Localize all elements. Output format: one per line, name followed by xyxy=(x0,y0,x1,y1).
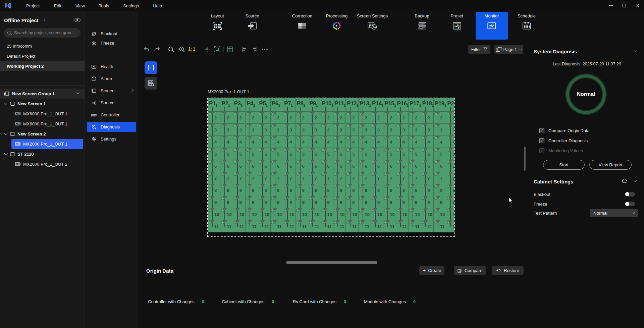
cabinet-cell[interactable]: 5 xyxy=(283,148,296,160)
tree-item-new-screen-group-1[interactable]: New Screen Group 1 xyxy=(0,89,85,99)
cabinet-cell[interactable]: 11 xyxy=(321,220,333,232)
cabinet-column-p6[interactable]: P61234567891011 xyxy=(271,98,283,232)
cabinet-cell[interactable]: 8 xyxy=(359,184,371,196)
split-view-button[interactable] xyxy=(145,61,157,74)
cabinet-cell[interactable]: 6 xyxy=(296,160,308,172)
cabinet-cell[interactable]: 7 xyxy=(271,172,283,184)
cabinet-cell[interactable]: 4 xyxy=(321,136,333,148)
cabinet-column-p3[interactable]: P31234567891011 xyxy=(233,98,246,232)
cabinet-cell[interactable]: 11 xyxy=(308,220,321,232)
cabinet-cell[interactable]: 6 xyxy=(208,160,220,172)
cabinet-cell[interactable]: 4 xyxy=(271,136,283,148)
menu-project[interactable]: Project xyxy=(24,3,42,8)
menu-view[interactable]: View xyxy=(73,3,87,8)
cabinet-cell[interactable]: 2 xyxy=(434,112,446,124)
cabinet-cell[interactable]: 7 xyxy=(296,172,308,184)
cabinet-cell[interactable]: 11 xyxy=(421,220,434,232)
cabinet-cell[interactable]: 3 xyxy=(359,124,371,136)
cabinet-cell[interactable]: 2 xyxy=(271,112,283,124)
chevron-down-icon[interactable] xyxy=(76,91,80,95)
cabinet-cell[interactable]: 10 xyxy=(296,208,308,220)
cabinet-cell[interactable]: 8 xyxy=(346,184,358,196)
cabinet-cell[interactable]: 7 xyxy=(383,172,396,184)
cabinet-cell[interactable]: 10 xyxy=(421,208,434,220)
ribbon-tab-correction[interactable]: Correction xyxy=(286,12,318,40)
cabinet-cell[interactable]: 9 xyxy=(446,196,454,208)
cabinet-cell[interactable]: P131 xyxy=(359,98,371,112)
cabinet-cell[interactable]: 5 xyxy=(421,148,434,160)
cabinet-cell[interactable]: 8 xyxy=(258,184,271,196)
cabinet-cell[interactable]: 3 xyxy=(246,124,258,136)
cabinet-cell[interactable]: 10 xyxy=(208,208,220,220)
cabinet-cell[interactable]: 3 xyxy=(308,124,321,136)
tree-item-mx6000-pro-1-out-1[interactable]: MX6000 Pro_1_OUT 1 xyxy=(0,119,85,129)
cabinet-cell[interactable]: 9 xyxy=(421,196,434,208)
cabinet-cell[interactable]: 9 xyxy=(409,196,421,208)
menu-help[interactable]: Help xyxy=(151,3,164,8)
cabinet-cell[interactable]: 6 xyxy=(383,160,396,172)
cabinet-cell[interactable]: 6 xyxy=(308,160,321,172)
cabinet-cell[interactable]: 8 xyxy=(296,184,308,196)
cabinet-cell[interactable]: P141 xyxy=(371,98,383,112)
cabinet-column-p10[interactable]: P101234567891011 xyxy=(321,98,333,232)
cabinet-cell[interactable]: 7 xyxy=(396,172,409,184)
align-left-icon[interactable] xyxy=(240,45,248,54)
cabinet-cell[interactable]: 6 xyxy=(333,160,346,172)
cabinet-cell[interactable]: 10 xyxy=(220,208,233,220)
cabinet-cell[interactable]: 8 xyxy=(434,184,446,196)
cabinet-cell[interactable]: 8 xyxy=(396,184,409,196)
checkbox-icon[interactable]: ✓ xyxy=(539,128,544,133)
compare-button[interactable]: aCompare xyxy=(454,266,486,275)
cabinet-cell[interactable]: 4 xyxy=(346,136,358,148)
cabinet-cell[interactable]: P21 xyxy=(220,98,233,112)
cabinet-column-p7[interactable]: P71234567891011 xyxy=(283,98,296,232)
cabinet-cell[interactable]: 2 xyxy=(246,112,258,124)
blackout-toggle[interactable] xyxy=(625,192,635,197)
ribbon-tab-schedule[interactable]: Schedule xyxy=(511,12,543,40)
cabinet-cell[interactable]: P31 xyxy=(233,98,246,112)
cabinet-cell[interactable]: 3 xyxy=(220,124,233,136)
cabinet-cell[interactable]: 10 xyxy=(346,208,358,220)
cabinet-cell[interactable]: 4 xyxy=(220,136,233,148)
create-button[interactable]: +Create xyxy=(419,266,444,275)
cabinet-cell[interactable]: 9 xyxy=(383,196,396,208)
center-view-icon[interactable] xyxy=(203,45,211,54)
horizontal-scrollbar[interactable] xyxy=(286,261,377,264)
cabinet-cell[interactable]: 6 xyxy=(434,160,446,172)
checkbox-icon[interactable]: ✓ xyxy=(539,138,544,143)
cabinet-cell[interactable]: 2 xyxy=(371,112,383,124)
cabinet-cell[interactable]: 2 xyxy=(383,112,396,124)
tree-item-mx2000-pro-1-out-2[interactable]: MX2000 Pro_1_OUT 2 xyxy=(0,159,85,169)
cabinet-cell[interactable]: 9 xyxy=(208,196,220,208)
cabinet-column-p11[interactable]: P111234567891011 xyxy=(333,98,346,232)
cabinet-cell[interactable]: 7 xyxy=(346,172,358,184)
cabinet-column-p18[interactable]: P181234567891011 xyxy=(421,98,434,232)
cabinet-cell[interactable]: 5 xyxy=(258,148,271,160)
cabinet-cell[interactable]: 3 xyxy=(283,124,296,136)
search-input[interactable] xyxy=(14,31,77,35)
cabinet-cell[interactable]: 3 xyxy=(271,124,283,136)
cabinet-cell[interactable]: 4 xyxy=(208,136,220,148)
cabinet-cell[interactable]: 10 xyxy=(308,208,321,220)
cabinet-cell[interactable]: P41 xyxy=(246,98,258,112)
cabinet-column-p19[interactable]: P191234567891011 xyxy=(434,98,446,232)
cabinet-cell[interactable]: 4 xyxy=(308,136,321,148)
cabinet-cell[interactable]: 7 xyxy=(434,172,446,184)
cabinet-cell[interactable]: 5 xyxy=(296,148,308,160)
cabinet-cell[interactable]: 5 xyxy=(333,148,346,160)
cabinet-cell[interactable]: 7 xyxy=(421,172,434,184)
cabinet-cell[interactable]: 5 xyxy=(208,148,220,160)
cabinet-cell[interactable]: 4 xyxy=(258,136,271,148)
cabinet-cell[interactable]: 3 xyxy=(434,124,446,136)
cabinet-cell[interactable]: 9 xyxy=(296,196,308,208)
test-pattern-select[interactable]: Normal xyxy=(590,209,638,217)
cabinet-cell[interactable]: 6 xyxy=(233,160,246,172)
cabinet-cell[interactable]: 11 xyxy=(246,220,258,232)
cabinet-cell[interactable]: 2 xyxy=(409,112,421,124)
cabinet-cell[interactable]: 7 xyxy=(220,172,233,184)
cabinet-cell[interactable]: 3 xyxy=(296,124,308,136)
cabinet-cell[interactable]: 5 xyxy=(308,148,321,160)
cabinet-cell[interactable]: 9 xyxy=(321,196,333,208)
tree-item-new-screen-1[interactable]: New Screen 1 xyxy=(0,99,85,109)
more-options-icon[interactable]: ••• xyxy=(261,45,269,54)
